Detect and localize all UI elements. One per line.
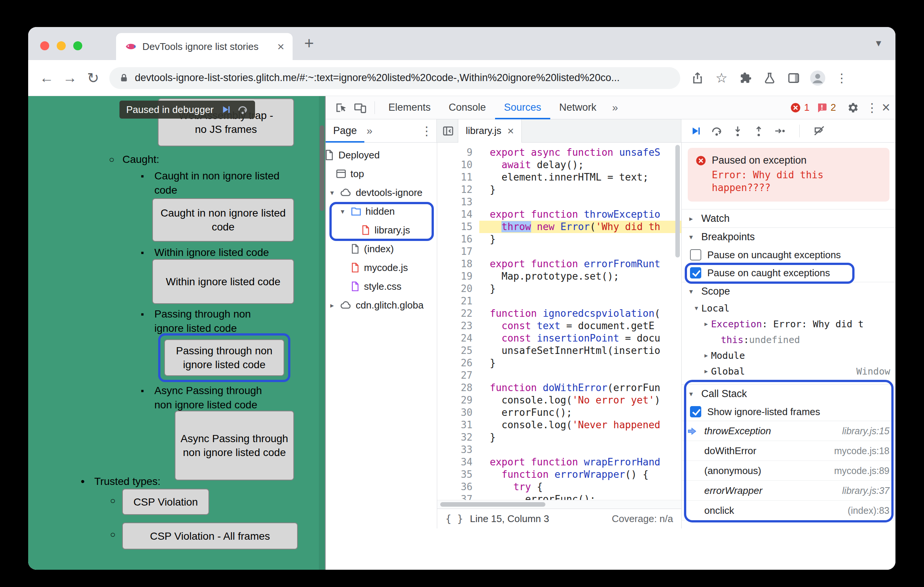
line-number[interactable]: 26 bbox=[437, 357, 472, 369]
window-close-button[interactable] bbox=[40, 41, 49, 50]
tree-item-mycode-js[interactable]: mycode.js bbox=[326, 258, 437, 277]
within-button[interactable]: Within ignore listed code bbox=[152, 259, 294, 304]
line-number[interactable]: 10 bbox=[437, 159, 472, 171]
tab-close-icon[interactable]: × bbox=[277, 41, 284, 53]
code-line[interactable]: export function throwExceptio bbox=[479, 208, 681, 221]
side-panel-icon[interactable] bbox=[784, 68, 804, 88]
line-number[interactable]: 29 bbox=[437, 394, 472, 406]
breakpoints-section-header[interactable]: ▾ Breakpoints bbox=[682, 227, 896, 246]
issues-badge[interactable]: 2 bbox=[816, 102, 836, 113]
code-line[interactable]: element.innerHTML = text; bbox=[479, 171, 681, 184]
line-number[interactable]: 24 bbox=[437, 332, 472, 345]
device-toolbar-icon[interactable] bbox=[350, 98, 370, 117]
code-line[interactable]: } bbox=[479, 233, 681, 245]
tree-item-devtools-ignore[interactable]: ▾ devtools-ignore bbox=[326, 183, 437, 202]
line-number[interactable]: 20 bbox=[437, 283, 472, 295]
call-stack-section-header[interactable]: ▾ Call Stack bbox=[682, 384, 896, 403]
new-tab-icon[interactable]: + bbox=[304, 34, 314, 53]
line-number[interactable]: 18 bbox=[437, 258, 472, 270]
browser-menu-kebab-icon[interactable]: ⋮ bbox=[832, 68, 851, 88]
tab-console[interactable]: Console bbox=[440, 96, 495, 119]
step-over-banner-icon[interactable] bbox=[237, 104, 248, 115]
code-line[interactable]: const text = document.getE bbox=[479, 320, 681, 332]
more-navigator-tabs-icon[interactable]: » bbox=[366, 125, 373, 137]
call-stack-frame[interactable]: (anonymous) mycode.js:89 bbox=[682, 461, 896, 481]
share-icon[interactable] bbox=[688, 68, 707, 88]
caught-button[interactable]: Caught in non ignore listed code bbox=[152, 198, 294, 242]
tree-item-deployed[interactable]: Deployed bbox=[326, 146, 437, 164]
tab-elements[interactable]: Elements bbox=[380, 96, 440, 119]
line-number[interactable]: 19 bbox=[437, 270, 472, 283]
line-number[interactable]: 37 bbox=[437, 493, 472, 500]
tree-item-library-js[interactable]: library.js bbox=[326, 221, 437, 240]
scope-global-row[interactable]: ▸ Global Window bbox=[682, 363, 896, 379]
line-number[interactable]: 14 bbox=[437, 208, 472, 221]
code-line[interactable]: try { bbox=[479, 481, 681, 493]
line-number[interactable]: 11 bbox=[437, 171, 472, 184]
profile-avatar[interactable] bbox=[808, 68, 827, 88]
code-line[interactable] bbox=[479, 444, 681, 456]
code-line[interactable] bbox=[479, 295, 681, 307]
tab-sources[interactable]: Sources bbox=[495, 96, 550, 119]
navigator-tab-page[interactable]: Page bbox=[326, 119, 364, 143]
code-line[interactable]: } bbox=[479, 283, 681, 295]
tree-item-style-css[interactable]: style.css bbox=[326, 277, 437, 296]
step-into-icon[interactable] bbox=[732, 125, 744, 137]
code-line[interactable]: function ignoredcspviolation( bbox=[479, 307, 681, 320]
editor-horizontal-scrollbar[interactable] bbox=[437, 500, 681, 508]
code-line[interactable]: errorFunc(); bbox=[479, 493, 681, 500]
devtools-menu-kebab-icon[interactable]: ⋮ bbox=[862, 100, 882, 115]
line-number[interactable]: 23 bbox=[437, 320, 472, 332]
inspect-element-icon[interactable] bbox=[331, 98, 350, 117]
call-stack-frame-current[interactable]: throwException library.js:15 bbox=[682, 421, 896, 441]
line-number[interactable]: 25 bbox=[437, 345, 472, 357]
settings-gear-icon[interactable] bbox=[843, 98, 862, 117]
page-scrollbar-thumb[interactable] bbox=[320, 125, 324, 211]
show-ignore-listed-frames-row[interactable]: Show ignore-listed frames bbox=[682, 403, 896, 421]
code-line[interactable]: } bbox=[479, 431, 681, 444]
code-line[interactable]: throw new Error('Why did th bbox=[479, 221, 681, 233]
editor-tab-library-js[interactable]: library.js × bbox=[458, 119, 522, 143]
checkbox-caught-exceptions[interactable] bbox=[690, 267, 701, 278]
tree-item-cdn-glitch-global[interactable]: ▸ cdn.glitch.globa bbox=[326, 296, 437, 314]
step-out-icon[interactable] bbox=[753, 125, 765, 137]
code-line[interactable]: export function wrapErrorHand bbox=[479, 456, 681, 469]
line-number[interactable]: 17 bbox=[437, 245, 472, 258]
watch-section-header[interactable]: ▸ Watch bbox=[682, 209, 896, 227]
code-line[interactable]: console.log('Never happened bbox=[479, 419, 681, 431]
editor-horizontal-scrollbar-thumb[interactable] bbox=[440, 502, 545, 507]
pause-caught-row[interactable]: Pause on caught exceptions bbox=[682, 264, 896, 282]
line-number[interactable]: 34 bbox=[437, 456, 472, 469]
code-line[interactable]: } bbox=[479, 357, 681, 369]
call-stack-frame[interactable]: doWithError mycode.js:18 bbox=[682, 441, 896, 461]
tab-search-chevron-icon[interactable]: ▾ bbox=[876, 37, 881, 49]
code-editor[interactable]: 9101112131415161718192021222324252627282… bbox=[437, 143, 681, 500]
pretty-print-icon[interactable]: { } bbox=[446, 513, 463, 525]
line-number[interactable]: 9 bbox=[437, 146, 472, 159]
scope-module-row[interactable]: ▸ Module bbox=[682, 347, 896, 363]
code-line[interactable]: } bbox=[479, 184, 681, 196]
checkbox-show-ignore-listed[interactable] bbox=[690, 406, 701, 418]
code-line[interactable]: export async function unsafeS bbox=[479, 146, 681, 159]
flask-icon[interactable] bbox=[760, 68, 779, 88]
close-file-tab-icon[interactable]: × bbox=[507, 125, 514, 137]
tree-item-top[interactable]: top bbox=[326, 164, 437, 183]
step-over-icon[interactable] bbox=[711, 125, 723, 137]
tab-network[interactable]: Network bbox=[550, 96, 606, 119]
line-number[interactable]: 31 bbox=[437, 419, 472, 431]
code-line[interactable]: Map.prototype.set(); bbox=[479, 270, 681, 283]
address-bar[interactable]: devtools-ignore-list-stories.glitch.me/#… bbox=[109, 67, 680, 89]
line-number[interactable]: 30 bbox=[437, 406, 472, 419]
toggle-navigator-icon[interactable] bbox=[442, 125, 454, 137]
line-number[interactable]: 12 bbox=[437, 184, 472, 196]
csp-violation-all-frames-button[interactable]: CSP Violation - All frames bbox=[122, 523, 298, 549]
deactivate-breakpoints-icon[interactable] bbox=[813, 125, 825, 137]
code-line[interactable]: await delay(); bbox=[479, 159, 681, 171]
code-line[interactable]: function doWithError(errorFun bbox=[479, 382, 681, 394]
bookmark-star-icon[interactable]: ☆ bbox=[712, 68, 731, 88]
tree-item-hidden-folder[interactable]: ▾ hidden bbox=[326, 202, 437, 221]
line-number[interactable]: 22 bbox=[437, 307, 472, 320]
console-errors-badge[interactable]: 1 bbox=[790, 102, 809, 113]
scope-local-row[interactable]: ▾ Local bbox=[682, 300, 896, 316]
navigator-menu-icon[interactable]: ⋮ bbox=[417, 124, 436, 138]
